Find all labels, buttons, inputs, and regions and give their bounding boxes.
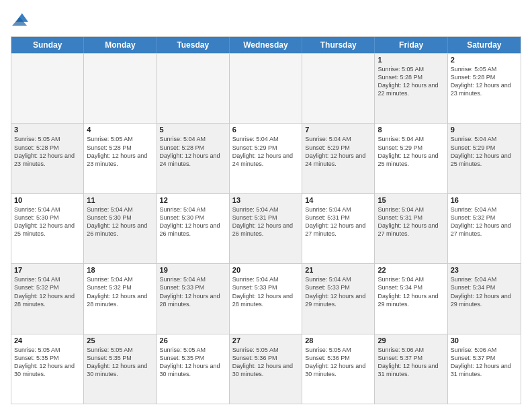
calendar-cell-empty-0-3 [230,54,302,123]
calendar-cell-25: 25Sunrise: 5:05 AM Sunset: 5:35 PM Dayli… [84,334,157,404]
day-number: 24 [14,336,81,345]
day-number: 14 [305,196,371,204]
calendar-cell-2: 2Sunrise: 5:05 AM Sunset: 5:28 PM Daylig… [448,54,521,123]
calendar-cell-28: 28Sunrise: 5:05 AM Sunset: 5:36 PM Dayli… [302,334,375,404]
day-info: Sunrise: 5:04 AM Sunset: 5:29 PM Dayligh… [451,135,518,168]
day-info: Sunrise: 5:04 AM Sunset: 5:28 PM Dayligh… [160,135,226,168]
header-day-tuesday: Tuesday [157,37,230,53]
day-info: Sunrise: 5:04 AM Sunset: 5:33 PM Dayligh… [232,275,299,308]
day-number: 12 [160,196,226,204]
calendar-cell-24: 24Sunrise: 5:05 AM Sunset: 5:35 PM Dayli… [11,334,84,404]
calendar-cell-26: 26Sunrise: 5:05 AM Sunset: 5:35 PM Dayli… [157,334,230,404]
calendar-cell-23: 23Sunrise: 5:04 AM Sunset: 5:34 PM Dayli… [448,264,521,333]
calendar-cell-27: 27Sunrise: 5:05 AM Sunset: 5:36 PM Dayli… [230,334,302,404]
day-number: 8 [378,126,444,134]
day-number: 5 [160,126,226,134]
calendar-cell-22: 22Sunrise: 5:04 AM Sunset: 5:34 PM Dayli… [375,264,447,333]
calendar-cell-3: 3Sunrise: 5:05 AM Sunset: 5:28 PM Daylig… [11,124,84,193]
page-header [11,11,521,30]
calendar-week-1: 1Sunrise: 5:05 AM Sunset: 5:28 PM Daylig… [11,53,521,123]
calendar-cell-18: 18Sunrise: 5:04 AM Sunset: 5:32 PM Dayli… [84,264,157,333]
day-info: Sunrise: 5:05 AM Sunset: 5:28 PM Dayligh… [14,135,81,168]
calendar-cell-1: 1Sunrise: 5:05 AM Sunset: 5:28 PM Daylig… [375,54,447,123]
day-number: 11 [87,196,153,204]
day-info: Sunrise: 5:04 AM Sunset: 5:31 PM Dayligh… [378,205,444,238]
day-info: Sunrise: 5:04 AM Sunset: 5:29 PM Dayligh… [378,135,444,168]
calendar-cell-17: 17Sunrise: 5:04 AM Sunset: 5:32 PM Dayli… [11,264,84,333]
calendar-week-4: 17Sunrise: 5:04 AM Sunset: 5:32 PM Dayli… [11,263,521,333]
calendar-week-2: 3Sunrise: 5:05 AM Sunset: 5:28 PM Daylig… [11,123,521,193]
header-day-saturday: Saturday [448,37,521,53]
day-number: 1 [378,56,444,64]
calendar-cell-11: 11Sunrise: 5:04 AM Sunset: 5:30 PM Dayli… [84,194,157,263]
calendar: SundayMondayTuesdayWednesdayThursdayFrid… [11,36,521,404]
calendar-cell-29: 29Sunrise: 5:06 AM Sunset: 5:37 PM Dayli… [375,334,447,404]
logo [11,11,32,30]
day-number: 30 [451,336,518,345]
day-number: 23 [451,266,518,274]
calendar-cell-9: 9Sunrise: 5:04 AM Sunset: 5:29 PM Daylig… [448,124,521,193]
day-number: 20 [232,266,299,274]
calendar-cell-6: 6Sunrise: 5:04 AM Sunset: 5:29 PM Daylig… [230,124,302,193]
day-number: 15 [378,196,444,204]
calendar-cell-15: 15Sunrise: 5:04 AM Sunset: 5:31 PM Dayli… [375,194,447,263]
day-number: 3 [14,126,81,134]
day-info: Sunrise: 5:05 AM Sunset: 5:35 PM Dayligh… [160,346,226,379]
day-info: Sunrise: 5:05 AM Sunset: 5:28 PM Dayligh… [378,65,444,98]
calendar-cell-8: 8Sunrise: 5:04 AM Sunset: 5:29 PM Daylig… [375,124,447,193]
calendar-cell-30: 30Sunrise: 5:06 AM Sunset: 5:37 PM Dayli… [448,334,521,404]
day-number: 26 [160,336,226,345]
calendar-cell-7: 7Sunrise: 5:04 AM Sunset: 5:29 PM Daylig… [302,124,375,193]
header-day-thursday: Thursday [302,37,375,53]
day-number: 7 [305,126,371,134]
day-info: Sunrise: 5:04 AM Sunset: 5:32 PM Dayligh… [451,205,518,238]
header-day-monday: Monday [84,37,157,53]
day-info: Sunrise: 5:04 AM Sunset: 5:34 PM Dayligh… [451,275,518,308]
day-info: Sunrise: 5:05 AM Sunset: 5:28 PM Dayligh… [451,65,518,98]
calendar-cell-14: 14Sunrise: 5:04 AM Sunset: 5:31 PM Dayli… [302,194,375,263]
calendar-cell-12: 12Sunrise: 5:04 AM Sunset: 5:30 PM Dayli… [157,194,230,263]
calendar-cell-empty-0-2 [157,54,230,123]
day-info: Sunrise: 5:04 AM Sunset: 5:30 PM Dayligh… [14,205,81,238]
day-number: 22 [378,266,444,274]
day-info: Sunrise: 5:05 AM Sunset: 5:35 PM Dayligh… [87,346,153,379]
calendar-week-5: 24Sunrise: 5:05 AM Sunset: 5:35 PM Dayli… [11,334,521,404]
day-info: Sunrise: 5:04 AM Sunset: 5:30 PM Dayligh… [87,205,153,238]
day-number: 18 [87,266,153,274]
day-info: Sunrise: 5:04 AM Sunset: 5:32 PM Dayligh… [14,275,81,308]
calendar-header: SundayMondayTuesdayWednesdayThursdayFrid… [11,37,521,53]
day-number: 21 [305,266,371,274]
day-number: 16 [451,196,518,204]
calendar-cell-4: 4Sunrise: 5:05 AM Sunset: 5:28 PM Daylig… [84,124,157,193]
day-info: Sunrise: 5:05 AM Sunset: 5:28 PM Dayligh… [87,135,153,168]
day-number: 13 [232,196,299,204]
day-info: Sunrise: 5:06 AM Sunset: 5:37 PM Dayligh… [451,346,518,379]
day-info: Sunrise: 5:05 AM Sunset: 5:35 PM Dayligh… [14,346,81,379]
calendar-body: 1Sunrise: 5:05 AM Sunset: 5:28 PM Daylig… [11,53,521,404]
day-number: 9 [451,126,518,134]
calendar-cell-5: 5Sunrise: 5:04 AM Sunset: 5:28 PM Daylig… [157,124,230,193]
day-number: 4 [87,126,153,134]
day-number: 27 [232,336,299,345]
day-info: Sunrise: 5:04 AM Sunset: 5:29 PM Dayligh… [305,135,371,168]
calendar-cell-13: 13Sunrise: 5:04 AM Sunset: 5:31 PM Dayli… [230,194,302,263]
day-info: Sunrise: 5:04 AM Sunset: 5:34 PM Dayligh… [378,275,444,308]
day-number: 28 [305,336,371,345]
header-day-sunday: Sunday [11,37,84,53]
calendar-cell-21: 21Sunrise: 5:04 AM Sunset: 5:33 PM Dayli… [302,264,375,333]
calendar-cell-20: 20Sunrise: 5:04 AM Sunset: 5:33 PM Dayli… [230,264,302,333]
logo-icon [11,11,30,30]
day-info: Sunrise: 5:04 AM Sunset: 5:30 PM Dayligh… [160,205,226,238]
header-day-friday: Friday [375,37,447,53]
calendar-week-3: 10Sunrise: 5:04 AM Sunset: 5:30 PM Dayli… [11,193,521,263]
day-number: 29 [378,336,444,345]
calendar-page: SundayMondayTuesdayWednesdayThursdayFrid… [0,0,532,411]
calendar-cell-10: 10Sunrise: 5:04 AM Sunset: 5:30 PM Dayli… [11,194,84,263]
day-info: Sunrise: 5:05 AM Sunset: 5:36 PM Dayligh… [305,346,371,379]
day-info: Sunrise: 5:06 AM Sunset: 5:37 PM Dayligh… [378,346,444,379]
day-number: 19 [160,266,226,274]
calendar-cell-empty-0-1 [84,54,157,123]
calendar-cell-empty-0-0 [11,54,84,123]
day-number: 25 [87,336,153,345]
calendar-cell-empty-0-4 [302,54,375,123]
